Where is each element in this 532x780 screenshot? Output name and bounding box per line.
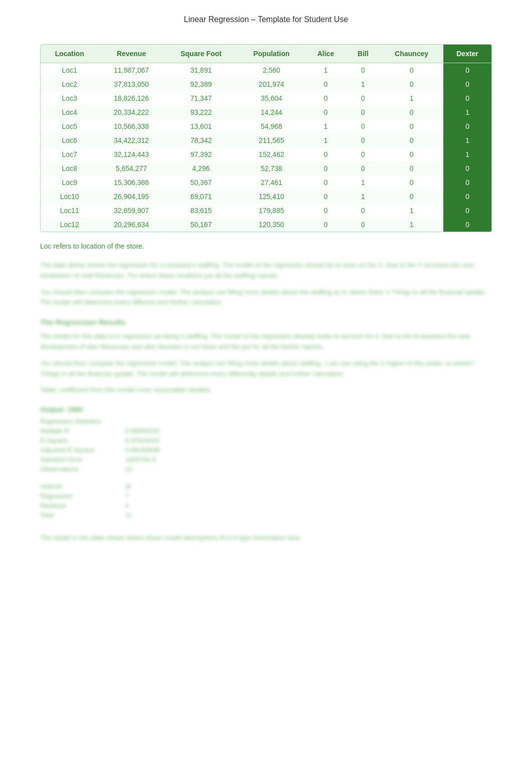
cell-4: 1 <box>305 63 346 78</box>
cell-4: 0 <box>305 204 346 218</box>
table-header-row: Location Revenue Square Foot Population … <box>41 45 491 63</box>
cell-2: 69,071 <box>164 189 238 204</box>
cell-6: 1 <box>380 218 443 232</box>
cell-dexter: 0 <box>443 77 491 91</box>
cell-3: 2,560 <box>238 63 305 78</box>
cell-4: 0 <box>305 189 346 204</box>
final-note: The model in the table shows where these… <box>40 534 492 541</box>
cell-6: 0 <box>380 133 443 147</box>
cell-6: 0 <box>380 119 443 133</box>
cell-4: 1 <box>305 119 346 133</box>
cell-2: 4,296 <box>164 161 238 175</box>
cell-1: 37,813,050 <box>99 77 164 91</box>
cell-1: 5,654,277 <box>99 161 164 175</box>
cell-5: 0 <box>346 119 380 133</box>
cell-2: 71,347 <box>164 91 238 105</box>
table-row: Loc318,826,12671,34735,6040010 <box>41 91 491 105</box>
cell-6: 0 <box>380 147 443 161</box>
cell-0: Loc11 <box>41 204 99 218</box>
cell-1: 18,826,126 <box>99 91 164 105</box>
cell-4: 0 <box>305 91 346 105</box>
cell-0: Loc12 <box>41 218 99 232</box>
cell-dexter: 0 <box>443 161 491 175</box>
output-row-multR: Multiple R 0.98956254 <box>40 427 492 435</box>
output-row-rsquare: R Square 0.97918415 <box>40 437 492 444</box>
cell-0: Loc8 <box>41 161 99 175</box>
cell-3: 27,461 <box>238 175 305 189</box>
cell-2: 83,615 <box>164 204 238 218</box>
cell-6: 0 <box>380 161 443 175</box>
col-header-population: Population <box>238 45 305 63</box>
cell-5: 0 <box>346 147 380 161</box>
loc-note: Loc refers to location of the store. <box>40 242 492 250</box>
cell-6: 1 <box>380 91 443 105</box>
table-body: Loc111,987,06731,8912,5601000Loc237,813,… <box>41 63 491 232</box>
cell-3: 54,968 <box>238 119 305 133</box>
results-p2: You should then compare the regression m… <box>40 358 492 379</box>
cell-6: 0 <box>380 63 443 78</box>
cell-dexter: 0 <box>443 175 491 189</box>
cell-6: 0 <box>380 77 443 91</box>
results-p3: Table: coefficient from this model more … <box>40 385 492 396</box>
cell-4: 0 <box>305 105 346 119</box>
table-row: Loc1220,296,63450,167120,3500010 <box>41 218 491 232</box>
cell-3: 201,974 <box>238 77 305 91</box>
cell-dexter: 0 <box>443 189 491 204</box>
cell-6: 0 <box>380 105 443 119</box>
table-row: Loc85,654,2774,29652,7380000 <box>41 161 491 175</box>
cell-3: 152,462 <box>238 147 305 161</box>
col-header-chauncey: Chauncey <box>380 45 443 63</box>
blurred-intro-p1: The data above shows the regression for … <box>40 260 492 281</box>
cell-4: 0 <box>305 161 346 175</box>
output-row-adjrsquare: Adjusted R Square 0.96165848 <box>40 446 492 454</box>
cell-1: 26,904,195 <box>99 189 164 204</box>
cell-4: 0 <box>305 218 346 232</box>
output-section: Output: 1990 Regression Statistics Multi… <box>40 406 492 519</box>
cell-5: 0 <box>346 161 380 175</box>
cell-4: 0 <box>305 77 346 91</box>
cell-5: 0 <box>346 63 380 78</box>
cell-5: 1 <box>346 175 380 189</box>
cell-0: Loc1 <box>41 63 99 78</box>
cell-dexter: 0 <box>443 119 491 133</box>
col-header-location: Location <box>41 45 99 63</box>
blurred-results-section: The Regression Results The model for thi… <box>40 318 492 396</box>
results-heading: The Regression Results <box>40 318 492 326</box>
cell-0: Loc3 <box>41 91 99 105</box>
cell-5: 0 <box>346 133 380 147</box>
cell-1: 10,566,338 <box>99 119 164 133</box>
table-row: Loc732,124,44397,392152,4620001 <box>41 147 491 161</box>
col-header-alice: Alice <box>305 45 346 63</box>
data-table-container: Location Revenue Square Foot Population … <box>40 44 492 232</box>
cell-1: 32,859,907 <box>99 204 164 218</box>
cell-0: Loc6 <box>41 133 99 147</box>
cell-3: 35,604 <box>238 91 305 105</box>
output-title: Output: 1990 <box>40 406 492 414</box>
cell-0: Loc9 <box>41 175 99 189</box>
cell-3: 179,885 <box>238 204 305 218</box>
cell-1: 15,306,386 <box>99 175 164 189</box>
cell-0: Loc4 <box>41 105 99 119</box>
blurred-intro-p2: You should then compare the regression m… <box>40 287 492 308</box>
cell-2: 92,389 <box>164 77 238 91</box>
cell-5: 0 <box>346 91 380 105</box>
col-header-dexter: Dexter <box>443 45 491 63</box>
cell-2: 31,891 <box>164 63 238 78</box>
blurred-intro-section: The data above shows the regression for … <box>40 260 492 308</box>
cell-6: 0 <box>380 175 443 189</box>
output-row-stderr: Standard Error 1928764.5 <box>40 456 492 463</box>
cell-dexter: 0 <box>443 91 491 105</box>
cell-1: 20,334,222 <box>99 105 164 119</box>
cell-0: Loc7 <box>41 147 99 161</box>
cell-2: 78,342 <box>164 133 238 147</box>
cell-1: 32,124,443 <box>99 147 164 161</box>
table-row: Loc1026,904,19569,071125,4100100 <box>41 189 491 204</box>
output-row-regstats: Regression Statistics <box>40 418 492 425</box>
cell-dexter: 0 <box>443 204 491 218</box>
cell-1: 34,422,312 <box>99 133 164 147</box>
table-row: Loc634,422,31278,342211,5651001 <box>41 133 491 147</box>
cell-3: 211,565 <box>238 133 305 147</box>
output-row-total: Total 11 <box>40 511 492 519</box>
table-row: Loc111,987,06731,8912,5601000 <box>41 63 491 78</box>
output-row-regression: Regression 7 <box>40 492 492 500</box>
